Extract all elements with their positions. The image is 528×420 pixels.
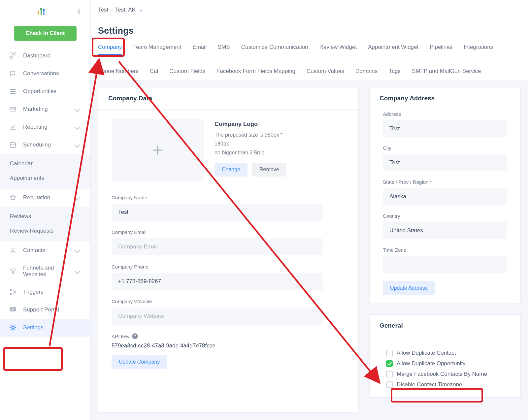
checkbox[interactable] <box>386 381 393 388</box>
app-logo <box>37 7 48 16</box>
opt-allow-dup-contact[interactable]: Allow Duplicate Contact <box>380 348 511 358</box>
company-data-card: Company Data Company Logo The proposed s… <box>98 87 359 413</box>
sidebar-item-marketing[interactable]: Marketing <box>0 100 90 118</box>
company-website-input[interactable] <box>112 307 323 325</box>
sidebar-item-reporting[interactable]: Reporting <box>0 118 90 136</box>
svg-point-10 <box>10 293 12 295</box>
company-name-input[interactable] <box>112 204 323 221</box>
svg-rect-2 <box>44 11 45 15</box>
general-card: General Allow Duplicate Contact Allow Du… <box>369 314 521 398</box>
tab-email[interactable]: Email <box>192 42 207 55</box>
opt-merge-fb-contacts[interactable]: Merge Facebook Contacts By Name <box>380 369 511 379</box>
sidebar-item-label: Opportunities <box>23 88 81 95</box>
company-phone-label: Company Phone <box>112 264 345 270</box>
page-title: Settings <box>98 26 521 36</box>
tab-domains[interactable]: Domains <box>355 66 378 77</box>
card-title: Company Data <box>98 87 358 110</box>
tab-cal-truncated[interactable]: Cal <box>150 66 158 77</box>
sidebar-subitem-reviews[interactable]: Reviews <box>0 209 90 224</box>
svg-rect-3 <box>10 53 12 55</box>
svg-point-13 <box>12 327 14 329</box>
timezone-input[interactable] <box>383 256 507 273</box>
main: Test -- Test, AK ⌄ Settings Company Team… <box>91 0 528 420</box>
city-label: City <box>383 145 507 151</box>
check-in-client-button[interactable]: Check In Client <box>14 26 77 41</box>
company-address-card: Company Address Address Test City Test S… <box>369 87 521 304</box>
sidebar-item-conversations[interactable]: Conversations <box>0 65 90 82</box>
sidebar-item-funnels[interactable]: Funnels and Websites <box>0 259 90 283</box>
collapse-sidebar-icon[interactable] <box>75 7 83 16</box>
company-phone-input[interactable] <box>112 273 323 290</box>
sidebar-subitem-appointments[interactable]: Appointments <box>0 171 90 185</box>
remove-logo-button[interactable]: Remove <box>252 163 286 177</box>
sidebar-item-reputation[interactable]: Reputation <box>0 189 90 207</box>
sidebar-nav: Dashboard Conversations Opportunities Ma… <box>0 47 90 154</box>
tab-company[interactable]: Company <box>98 42 122 55</box>
tab-customize-comm[interactable]: Customize Communication <box>241 42 308 55</box>
tab-pipelines[interactable]: Pipelines <box>430 42 452 55</box>
tab-appt-widget[interactable]: Appointment Widget <box>368 42 418 55</box>
tab-team[interactable]: Team Management <box>133 42 182 55</box>
address-input[interactable]: Test <box>383 120 507 137</box>
checkbox[interactable] <box>386 371 393 377</box>
checkbox-label: Merge Facebook Contacts By Name <box>397 371 487 377</box>
tab-sms[interactable]: SMS <box>218 42 230 55</box>
city-input[interactable]: Test <box>383 154 507 171</box>
tab-custom-values[interactable]: Custom Values <box>307 66 344 77</box>
sidebar-submenu-scheduling: Calendar Appointments <box>0 154 90 189</box>
country-input[interactable]: United States <box>383 222 507 239</box>
chart-icon <box>9 123 16 131</box>
branch-icon <box>9 288 16 296</box>
tab-phone-numbers[interactable]: Phone Numbers <box>98 66 139 77</box>
sidebar-item-contacts[interactable]: Contacts <box>0 242 90 259</box>
tab-custom-fields[interactable]: Custom Fields <box>169 66 205 77</box>
sidebar-item-label: Triggers <box>23 289 81 295</box>
sidebar-subitem-review-requests[interactable]: Review Requests <box>0 224 90 238</box>
star-icon <box>9 194 16 201</box>
sidebar-item-label: Reputation <box>23 194 69 201</box>
checkbox-label: Allow Duplicate Contact <box>397 350 456 356</box>
tab-smtp[interactable]: SMTP and MailGun Service <box>412 66 481 77</box>
state-input[interactable]: Alaska <box>383 188 507 205</box>
state-label: State / Prov / Region * <box>383 179 507 185</box>
svg-rect-4 <box>14 53 16 55</box>
opt-disable-contact-tz[interactable]: Disable Contact Timezone <box>380 379 511 390</box>
sidebar: Check In Client Dashboard Conversations … <box>0 0 91 420</box>
sidebar-item-label: Scheduling <box>23 142 69 148</box>
api-key-label: API Key ? <box>112 333 345 339</box>
video-icon <box>9 306 16 313</box>
opt-allow-dup-opportunity[interactable]: Allow Duplicate Opportunity <box>380 358 511 369</box>
sidebar-item-dashboard[interactable]: Dashboard <box>0 47 90 65</box>
sidebar-subitem-calendar[interactable]: Calendar <box>0 156 90 171</box>
svg-rect-1 <box>41 9 42 15</box>
company-email-input[interactable] <box>112 238 323 255</box>
company-name-label: Company Name <box>112 195 345 200</box>
sidebar-item-settings[interactable]: Settings <box>0 319 90 337</box>
tab-tags[interactable]: Tags <box>389 66 401 77</box>
checkbox[interactable] <box>386 350 393 356</box>
svg-point-9 <box>10 289 12 291</box>
tab-review-widget[interactable]: Review Widget <box>319 42 357 55</box>
mail-icon <box>9 106 16 113</box>
update-address-button[interactable]: Update Address <box>383 281 435 295</box>
company-email-label: Company Email <box>112 229 345 235</box>
account-switcher[interactable]: Test -- Test, AK ⌄ <box>98 6 143 13</box>
sidebar-submenu-reputation: Reviews Review Requests <box>0 207 90 242</box>
checkbox[interactable] <box>386 360 393 367</box>
help-icon[interactable]: ? <box>132 333 138 339</box>
tab-integrations[interactable]: Integrations <box>464 42 493 55</box>
svg-point-8 <box>12 248 14 250</box>
sidebar-item-opportunities[interactable]: Opportunities <box>0 82 90 100</box>
update-company-button[interactable]: Update Company <box>112 355 167 369</box>
sidebar-item-triggers[interactable]: Triggers <box>0 283 90 301</box>
change-logo-button[interactable]: Change <box>214 163 248 177</box>
sidebar-item-label: Marketing <box>23 106 69 113</box>
sidebar-item-scheduling[interactable]: Scheduling <box>0 136 90 154</box>
sidebar-item-label: Funnels and Websites <box>23 265 69 278</box>
sidebar-item-label: Conversations <box>23 70 81 77</box>
sidebar-item-support[interactable]: Support Portal <box>0 301 90 319</box>
calendar-icon <box>9 141 16 148</box>
company-logo-dropzone[interactable] <box>112 119 204 181</box>
company-logo-desc: The proposed size is 350px * 180px no bi… <box>214 130 287 157</box>
tab-fb-fields[interactable]: Facebook Form Fields Mapping <box>216 66 295 77</box>
